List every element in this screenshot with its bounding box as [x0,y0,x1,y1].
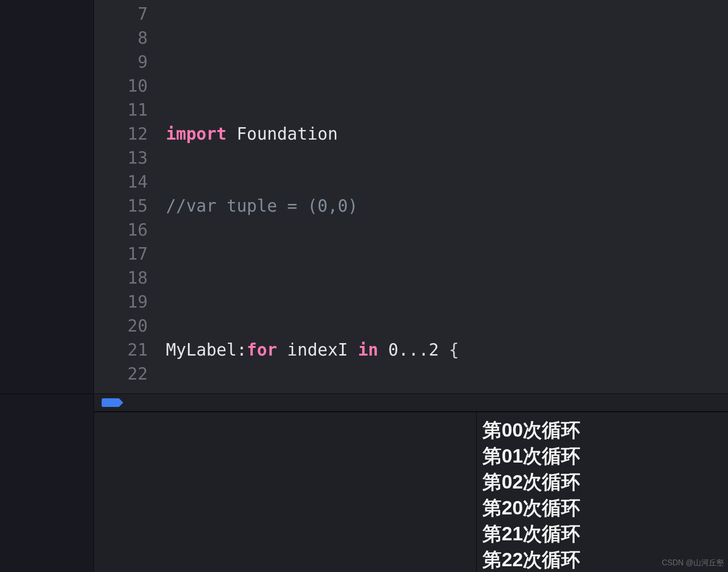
sidebar-bottom [0,393,94,572]
identifier: indexI [277,340,358,359]
code-line[interactable] [161,50,728,74]
line-number: 11 [94,98,157,122]
code-line[interactable]: MyLabel:for indexI in 0...2 { [161,338,728,362]
line-number: 10 [94,74,157,98]
line-number: 7 [94,2,157,26]
label: MyLabel: [166,340,247,359]
sidebar-panel[interactable]: ults [0,0,94,393]
comment: //var tuple = (0,0) [166,196,358,215]
line-number: 15 [94,194,157,218]
brace: { [449,340,459,359]
keyword-import: import [166,124,226,143]
range: 0...2 [378,340,449,359]
keyword-for: for [247,340,277,359]
line-number: 12 [94,122,157,146]
line-number: 18 [94,266,157,290]
breakpoint-toggle-icon[interactable] [102,398,119,407]
code-editor[interactable]: 7 8 9 10 11 12 13 14 15 16 17 18 19 20 2… [94,0,728,393]
line-number: 17 [94,242,157,266]
console-line: 第00次循环 [482,417,722,443]
line-number: 9 [94,50,157,74]
line-number: 19 [94,290,157,314]
line-number: 20 [94,314,157,338]
line-number: 22 [94,362,157,386]
console-line: 第01次循环 [482,443,722,469]
line-number: 21 [94,338,157,362]
code-line[interactable] [161,266,728,290]
line-number-gutter[interactable]: 7 8 9 10 11 12 13 14 15 16 17 18 19 20 2… [94,0,161,393]
code-line[interactable]: import Foundation [161,122,728,146]
line-number: 16 [94,218,157,242]
debug-toolbar[interactable] [94,393,728,412]
console-line: 第21次循环 [482,521,722,547]
debug-variables-panel[interactable] [94,412,477,572]
console-line: 第20次循环 [482,495,722,521]
line-number: 14 [94,170,157,194]
code-line[interactable]: //var tuple = (0,0) [161,194,728,218]
console-panel: 第00次循环 第01次循环 第02次循环 第20次循环 第21次循环 第22次循… [94,412,728,572]
watermark: CSDN @山河丘壑 [662,558,724,568]
keyword-in: in [358,340,378,359]
console-output[interactable]: 第00次循环 第01次循环 第02次循环 第20次循环 第21次循环 第22次循… [477,412,728,572]
line-number: 13 [94,146,157,170]
identifier: Foundation [226,124,338,143]
line-number: 8 [94,26,157,50]
console-line: 第02次循环 [482,469,722,495]
